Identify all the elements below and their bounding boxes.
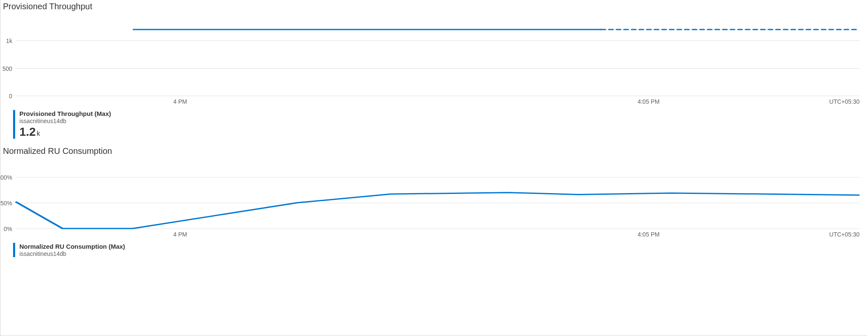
metric-value-number: 1.2 — [19, 125, 36, 138]
x-tick-label: 4 PM — [173, 231, 187, 238]
y-tick-label: 1k — [6, 38, 12, 44]
y-tick-label: 500 — [3, 65, 12, 72]
y-tick-label: 100% — [0, 174, 12, 181]
x-tick-label: 4:05 PM — [638, 98, 659, 105]
x-axis: 4 PM 4:05 PM UTC+05:30 — [16, 228, 860, 240]
line-series — [16, 24, 860, 96]
y-tick-label: 0% — [4, 226, 12, 232]
y-tick-label: 50% — [0, 200, 12, 207]
line-series — [16, 175, 860, 228]
chart-title: Normalized RU Consumption — [0, 139, 867, 156]
x-axis: 4 PM 4:05 PM UTC+05:30 — [16, 96, 860, 108]
metric-name: Normalized RU Consumption (Max) — [19, 243, 867, 250]
chart-normalized-ru-consumption: Normalized RU Consumption 100% 50% 0% 4 … — [0, 139, 867, 258]
metric-value: 1.2k — [19, 126, 867, 139]
metric-resource: issacnitineus14db — [19, 250, 867, 258]
metric-value-unit: k — [37, 130, 40, 137]
x-tick-label: 4:05 PM — [638, 231, 659, 238]
y-tick-label: 0 — [9, 93, 12, 99]
x-tick-label: 4 PM — [173, 98, 187, 105]
metric-tile[interactable]: Provisioned Throughput (Max) issacnitine… — [13, 110, 867, 139]
chart-plot-area[interactable]: 100% 50% 0% — [16, 175, 860, 228]
timezone-label: UTC+05:30 — [829, 98, 860, 105]
metric-resource: issacnitineus14db — [19, 118, 867, 125]
metrics-panel: Provisioned Throughput 1k 500 0 — [0, 0, 867, 336]
chart-provisioned-throughput: Provisioned Throughput 1k 500 0 — [0, 0, 867, 139]
timezone-label: UTC+05:30 — [829, 231, 860, 238]
metric-name: Provisioned Throughput (Max) — [19, 110, 867, 118]
chart-plot-area[interactable]: 1k 500 0 — [16, 24, 860, 96]
chart-title: Provisioned Throughput — [0, 0, 867, 11]
metric-tile[interactable]: Normalized RU Consumption (Max) issacnit… — [13, 243, 867, 258]
